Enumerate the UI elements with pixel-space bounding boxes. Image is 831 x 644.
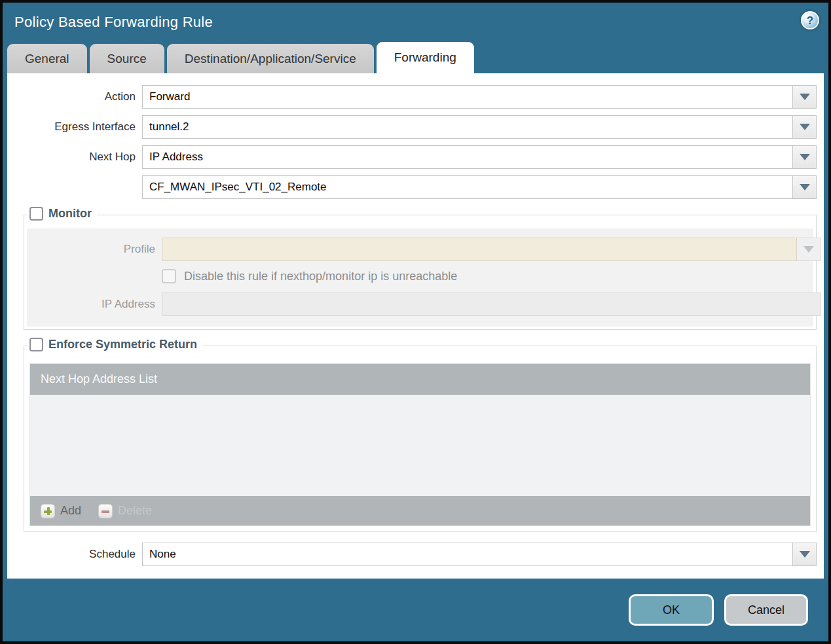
egress-interface-label: Egress Interface (7, 120, 136, 134)
tab-forwarding[interactable]: Forwarding (377, 42, 474, 73)
schedule-select[interactable]: None (142, 543, 793, 566)
profile-row: Profile (27, 238, 813, 261)
ok-button[interactable]: OK (629, 594, 714, 626)
monitor-ip-address-row: IP Address (27, 293, 813, 316)
symmetric-return-checkbox[interactable] (29, 338, 43, 351)
next-hop-address-list-footer: Add Delete (30, 496, 810, 526)
add-button: Add (41, 504, 81, 518)
dialog-footer: OK Cancel (3, 579, 828, 641)
action-row: Action Forward (7, 85, 824, 109)
disable-rule-checkbox (162, 269, 176, 283)
next-hop-address-select[interactable]: CF_MWAN_IPsec_VTI_02_Remote (142, 175, 793, 199)
monitor-legend-label: Monitor (48, 207, 92, 221)
monitor-body: Profile Disable this rule if nexthop/mon… (27, 228, 813, 327)
plus-icon (41, 504, 55, 518)
egress-interface-dropdown-button[interactable] (793, 115, 817, 139)
action-select[interactable]: Forward (142, 85, 793, 109)
next-hop-dropdown-button[interactable] (793, 145, 817, 169)
delete-button: Delete (98, 504, 152, 518)
delete-button-label: Delete (118, 504, 152, 518)
disable-rule-row: Disable this rule if nexthop/monitor ip … (162, 269, 813, 283)
question-mark-icon: ? (807, 15, 813, 26)
symmetric-return-fieldset: Enforce Symmetric Return Next Hop Addres… (24, 346, 817, 532)
monitor-ip-address-input (162, 293, 821, 316)
chevron-down-icon (800, 551, 810, 558)
help-button[interactable]: ? (801, 11, 819, 29)
monitor-legend: Monitor (28, 207, 97, 221)
egress-interface-select[interactable]: tunnel.2 (142, 115, 793, 139)
next-hop-address-list-body (30, 395, 810, 496)
monitor-checkbox[interactable] (29, 207, 43, 221)
next-hop-row: Next Hop IP Address (7, 145, 824, 169)
profile-label: Profile (27, 243, 155, 256)
chevron-down-icon (800, 154, 810, 160)
chevron-down-icon (800, 184, 810, 190)
schedule-dropdown-button[interactable] (793, 543, 817, 566)
forwarding-tab-panel: Action Forward Egress Interface tunnel.2… (7, 73, 824, 579)
dialog-titlebar: Policy Based Forwarding Rule ? (3, 3, 828, 42)
chevron-down-icon (803, 246, 814, 253)
profile-select (162, 238, 797, 261)
schedule-label: Schedule (7, 548, 136, 561)
next-hop-address-dropdown-button[interactable] (793, 175, 817, 199)
dialog-title: Policy Based Forwarding Rule (14, 14, 213, 31)
schedule-row: Schedule None (7, 543, 824, 566)
profile-dropdown-button (797, 238, 821, 261)
egress-interface-row: Egress Interface tunnel.2 (7, 115, 824, 139)
symmetric-return-legend-label: Enforce Symmetric Return (48, 338, 197, 351)
action-dropdown-button[interactable] (793, 85, 817, 109)
tab-bar: General Source Destination/Application/S… (3, 42, 828, 73)
monitor-fieldset: Monitor Profile Disable this rule if nex… (24, 215, 817, 330)
disable-rule-label: Disable this rule if nexthop/monitor ip … (184, 270, 457, 283)
action-label: Action (7, 90, 136, 103)
chevron-down-icon (800, 124, 810, 130)
tab-general[interactable]: General (7, 44, 87, 73)
minus-icon (98, 504, 113, 518)
monitor-ip-address-label: IP Address (27, 298, 155, 311)
next-hop-address-list-header: Next Hop Address List (30, 364, 810, 395)
tab-source[interactable]: Source (90, 44, 164, 73)
add-button-label: Add (60, 504, 81, 518)
tab-destination-application-service[interactable]: Destination/Application/Service (167, 44, 374, 73)
next-hop-address-row: CF_MWAN_IPsec_VTI_02_Remote (7, 175, 824, 199)
chevron-down-icon (800, 94, 810, 100)
next-hop-type-select[interactable]: IP Address (142, 145, 793, 169)
next-hop-address-list-table: Next Hop Address List Add Delete (29, 363, 811, 526)
policy-based-forwarding-dialog: Policy Based Forwarding Rule ? General S… (0, 0, 831, 644)
symmetric-return-legend: Enforce Symmetric Return (28, 338, 202, 351)
next-hop-label: Next Hop (7, 151, 136, 164)
cancel-button[interactable]: Cancel (724, 594, 808, 626)
